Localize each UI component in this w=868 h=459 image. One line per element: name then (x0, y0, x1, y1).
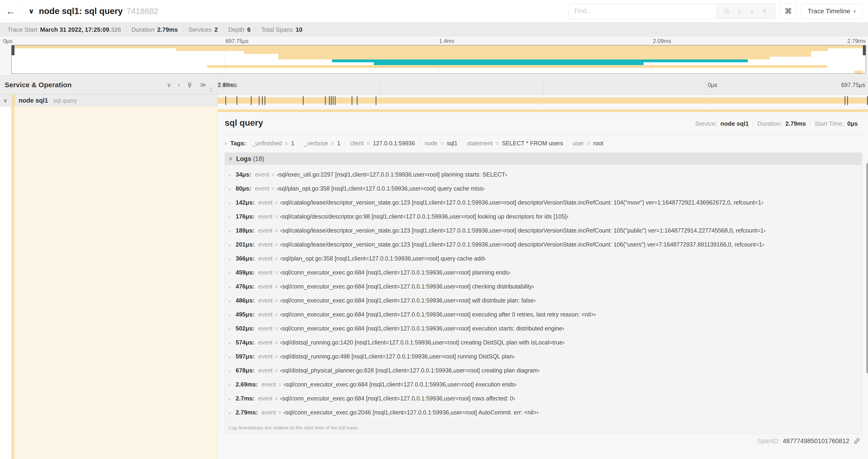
locate-icon[interactable] (724, 9, 730, 14)
log-equals: = (275, 241, 278, 248)
log-row[interactable]: › 2.79ms: event = ‹sql/conn_executor_exe… (229, 405, 862, 420)
tag-value: sql1 (447, 140, 458, 146)
log-timestamp: 2.79ms: (236, 409, 258, 416)
log-row[interactable]: › 2.69ms: event = ‹sql/conn_executor_exe… (229, 378, 862, 392)
trace-view-select[interactable]: Trace Timeline ∨ (801, 3, 862, 19)
log-row[interactable]: › 597μs: event = ‹sql/distsql_running.go… (229, 350, 862, 364)
minimap-right-handle[interactable] (863, 45, 866, 55)
log-expand-chevron-icon[interactable]: › (229, 270, 236, 276)
log-row[interactable]: › 476μs: event = ‹sql/conn_executor_exec… (229, 280, 862, 294)
log-expand-chevron-icon[interactable]: › (229, 382, 236, 388)
find-clear-icon[interactable]: ✕ (762, 8, 767, 14)
minimap-span-bar (207, 65, 827, 68)
find-prev-icon[interactable]: ∧ (737, 8, 742, 14)
tags-label: Tags: (230, 140, 246, 147)
minimap-time-label: 2.09ms (653, 38, 671, 44)
log-field-key: event (258, 297, 273, 304)
log-equals: = (275, 255, 278, 262)
log-expand-chevron-icon[interactable]: › (229, 172, 236, 178)
log-expand-chevron-icon[interactable]: › (229, 228, 236, 234)
summary-value: 10 (296, 27, 302, 33)
log-field-value: ‹sql/conn_executor_exec.go:684 [nsql1,cl… (280, 269, 510, 276)
log-event-tick (335, 96, 336, 105)
minimap-span-bar (244, 51, 811, 54)
summary-label: Duration (132, 27, 154, 33)
minimap-canvas[interactable] (11, 45, 866, 74)
log-timestamp: 34μs: (236, 171, 251, 178)
detail-indent-column (0, 107, 218, 459)
log-expand-chevron-icon[interactable]: › (229, 354, 236, 360)
log-row[interactable]: › 502μs: event = ‹sql/conn_executor_exec… (229, 322, 862, 336)
span-duration-bar[interactable] (218, 97, 868, 104)
log-expand-chevron-icon[interactable]: › (229, 312, 236, 318)
log-row[interactable]: › 201μs: event = ‹sql/catalog/lease/desc… (229, 238, 862, 252)
deep-link-icon[interactable] (853, 437, 861, 445)
log-expand-chevron-icon[interactable]: › (229, 186, 236, 192)
expand-one-icon[interactable]: › (178, 81, 180, 89)
timeline-grid-header: Service & Operation ∨ › ≫ ≫ 0μs 697.75μs… (0, 75, 868, 94)
log-expand-chevron-icon[interactable]: › (229, 326, 236, 332)
log-equals: = (275, 311, 278, 318)
span-name-cell[interactable]: ∨ node sql1 sql query (0, 94, 218, 107)
timeline-minimap: 0μs 697.75μs 1.4ms 2.09ms 2.79ms (0, 37, 868, 75)
tag-item: _unfinished = 1 (247, 140, 299, 147)
log-expand-chevron-icon[interactable]: › (229, 368, 236, 374)
log-expand-chevron-icon[interactable]: › (229, 396, 236, 402)
tags-row[interactable]: › Tags: _unfinished = 1 _verbose = 1 (225, 140, 862, 147)
log-row[interactable]: › 486μs: event = ‹sql/conn_executor_exec… (229, 294, 862, 308)
log-expand-chevron-icon[interactable]: › (229, 284, 236, 290)
back-button[interactable]: ← (0, 0, 22, 22)
log-expand-chevron-icon[interactable]: › (229, 242, 236, 248)
minimap-time-label: 0μs (3, 38, 12, 44)
summary-item: Duration 2.79ms (126, 27, 183, 33)
keyboard-shortcuts-button[interactable]: ⌘ (780, 3, 797, 19)
log-expand-chevron-icon[interactable]: › (229, 200, 236, 206)
find-next-icon[interactable]: ∨ (750, 8, 754, 14)
log-row[interactable]: › 366μs: event = ‹sql/plan_opt.go:358 [n… (229, 252, 862, 266)
log-expand-chevron-icon[interactable]: › (229, 214, 236, 220)
logs-collapse-chevron-icon[interactable]: ∨ (229, 156, 232, 162)
span-id-label: SpanID: (757, 437, 780, 445)
expand-all-icon[interactable]: ≫ (200, 81, 206, 89)
log-timestamp: 80μs: (236, 185, 251, 192)
page-title: node sql1: sql query7418682 (39, 6, 158, 16)
trace-summary-bar: Trace Start March 31 2022, 17:25:09 .326… (0, 22, 868, 37)
log-row[interactable]: › 2.7ms: event = ‹sql/conn_executor_exec… (229, 392, 862, 405)
log-event-tick (333, 96, 334, 105)
log-row[interactable]: › 678μs: event = ‹sql/distsql_physical_p… (229, 364, 862, 378)
tag-key: _verbose (304, 140, 328, 146)
vertical-scrollbar-thumb[interactable] (866, 163, 868, 373)
logs-header[interactable]: ∨ Logs (18) (225, 153, 862, 165)
log-row[interactable]: › 80μs: event = ‹sql/plan_opt.go:358 [ns… (229, 182, 862, 196)
tag-key: user (572, 140, 584, 146)
log-expand-chevron-icon[interactable]: › (229, 256, 236, 262)
log-row[interactable]: › 495μs: event = ‹sql/conn_executor_exec… (229, 308, 862, 322)
log-row[interactable]: › 189μs: event = ‹sql/catalog/lease/desc… (229, 224, 862, 238)
summary-value: 6 (247, 27, 251, 33)
find-input[interactable] (569, 4, 716, 19)
column-resizer-grip[interactable] (210, 87, 212, 92)
collapse-one-icon[interactable]: ∨ (167, 81, 172, 89)
summary-item: Total Spans 10 (256, 27, 308, 33)
log-row[interactable]: › 34μs: event = ‹sql/exec_util.go:2297 [… (229, 168, 862, 182)
log-field-key: event (258, 325, 273, 332)
log-expand-chevron-icon[interactable]: › (229, 410, 236, 416)
log-equals: = (275, 353, 278, 360)
trace-collapse-chevron-icon[interactable]: ∨ (28, 7, 34, 15)
log-expand-chevron-icon[interactable]: › (229, 298, 236, 304)
span-timeline-cell[interactable] (218, 94, 868, 107)
log-row[interactable]: › 142μs: event = ‹sql/catalog/lease/desc… (229, 196, 862, 210)
log-timestamp: 176μs: (236, 213, 254, 220)
chevron-down-icon: ∨ (853, 9, 856, 14)
service-operation-title: Service & Operation (5, 81, 72, 89)
log-row[interactable]: › 574μs: event = ‹sql/distsql_running.go… (229, 336, 862, 350)
log-row[interactable]: › 459μs: event = ‹sql/conn_executor_exec… (229, 266, 862, 280)
log-expand-chevron-icon[interactable]: › (229, 340, 236, 346)
log-row[interactable]: › 176μs: event = ‹sql/catalog/descs/desc… (229, 210, 862, 224)
collapse-all-icon[interactable]: ≫ (186, 81, 194, 88)
minimap-left-handle[interactable] (12, 45, 14, 55)
detail-operation-title: sql query (225, 118, 263, 128)
minimap-span-bar (278, 54, 811, 57)
tags-expand-chevron-icon[interactable]: › (225, 140, 226, 147)
span-collapse-chevron-icon[interactable]: ∨ (3, 97, 10, 104)
